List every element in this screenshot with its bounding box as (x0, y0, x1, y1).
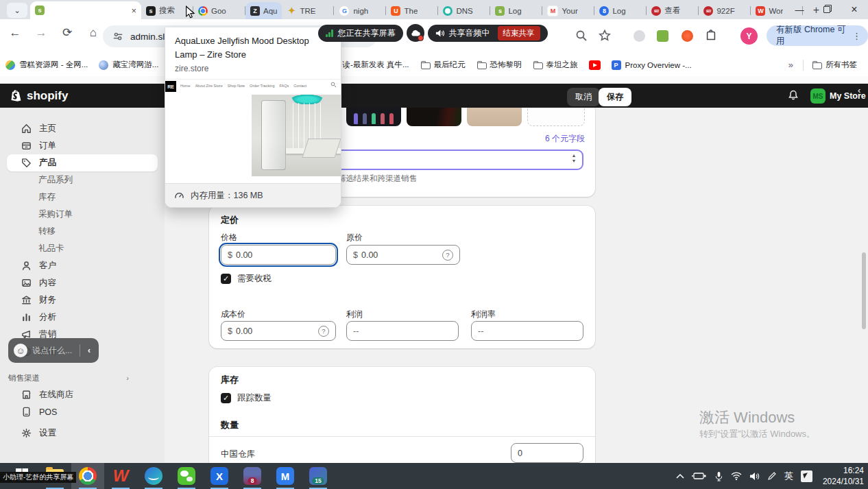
cloud-app-button[interactable] (407, 24, 424, 42)
sidebar-item-库存[interactable]: 库存 (7, 189, 158, 206)
sidebar-item-礼品卡[interactable]: 礼品卡 (7, 240, 158, 257)
extensions-puzzle-icon[interactable] (705, 29, 717, 42)
browser-tab-TRE[interactable]: ✦TRE (282, 2, 334, 19)
extension-icon-1[interactable] (634, 30, 645, 42)
shopify-logo[interactable]: shopify (10, 89, 68, 103)
chat-input[interactable]: 说点什么... (32, 345, 75, 357)
meeting-app[interactable]: 8 (236, 463, 269, 489)
save-button[interactable]: 保存 (599, 88, 631, 106)
window-minimize-button[interactable]: — (786, 0, 813, 19)
checkbox-checked-icon[interactable]: ✓ (221, 274, 231, 284)
finance-icon (21, 294, 32, 306)
checkbox-checked-icon[interactable]: ✓ (221, 393, 231, 403)
wechat[interactable] (170, 463, 203, 489)
tab-close-icon[interactable]: × (131, 6, 136, 15)
taskbar-clock[interactable]: 16:24 2024/10/31 (823, 465, 864, 487)
store-avatar[interactable]: MS (810, 88, 825, 104)
collapse-chevron-icon[interactable]: ‹ (858, 85, 860, 95)
smiley-icon[interactable]: ☺ (14, 344, 27, 357)
browser-tab-Your[interactable]: MYour (542, 2, 594, 19)
bookmarks-overflow-chevron[interactable]: » (782, 60, 800, 70)
wps-office[interactable]: W (104, 463, 137, 489)
sidebar-item-产品[interactable]: 产品 (7, 154, 158, 171)
ime-indicator[interactable]: 英 (784, 470, 793, 482)
browser-tab-922F[interactable]: 922922F (699, 2, 751, 19)
bookmark-star-icon[interactable] (598, 29, 612, 43)
reload-button[interactable]: ⟳ (59, 25, 75, 40)
all-bookmarks-button[interactable]: 所有书签 (806, 60, 863, 70)
price-input[interactable]: $ 0.00 (221, 245, 336, 265)
back-button[interactable]: ← (7, 26, 23, 40)
battery-icon[interactable] (692, 471, 707, 481)
notifications-bell-icon[interactable] (787, 89, 799, 102)
margin-input[interactable]: -- (471, 321, 583, 341)
bookmark-Proxy Overview -...[interactable]: PProxy Overview -... (606, 60, 697, 70)
quantity-input[interactable]: 0 (511, 443, 583, 463)
bookmark-读-最新发表 真牛...[interactable]: 读-最新发表 真牛... (337, 60, 414, 70)
m-app[interactable]: M (269, 463, 302, 489)
browser-menu-icon[interactable]: ⋮ (852, 31, 861, 41)
sidebar-item-settings[interactable]: 设置 (7, 425, 158, 442)
thunder-app[interactable]: X (203, 463, 236, 489)
home-button[interactable]: ⌂ (85, 26, 101, 40)
help-icon[interactable]: ? (442, 250, 453, 261)
sidebar-item-主页[interactable]: 主页 (7, 120, 158, 137)
browser-tab-Goo[interactable]: Goo (193, 2, 245, 19)
bookmark-最后纪元[interactable]: 最后纪元 (415, 60, 471, 70)
hidden-icons-chevron[interactable] (676, 473, 684, 479)
browser-tab-Log[interactable]: 8Log (594, 2, 647, 19)
help-icon[interactable]: ? (318, 326, 329, 337)
cost-input[interactable]: $ 0.00 ? (221, 321, 336, 341)
track-quantity-row[interactable]: ✓ 跟踪数量 (221, 392, 272, 404)
extension-icon-3[interactable] (682, 30, 693, 42)
browser-tab-active[interactable]: s× (30, 1, 141, 19)
sidebar-item-客户[interactable]: 客户 (7, 257, 158, 274)
browser-tab-The[interactable]: UThe (386, 2, 438, 19)
pen-icon[interactable] (767, 471, 777, 481)
wifi-icon[interactable] (731, 472, 742, 480)
sidebar-channel-POS[interactable]: POS (7, 403, 158, 420)
extension-icon-2[interactable] (657, 30, 668, 42)
sidebar-item-订单[interactable]: 订单 (7, 137, 158, 154)
site-settings-icon[interactable] (112, 31, 123, 42)
browser-tab-Aqu[interactable]: ZAqu (245, 2, 282, 19)
window-close-button[interactable]: × (841, 0, 868, 19)
browser-tab-查看[interactable]: 922查看 (647, 2, 699, 19)
browser-tab-Log[interactable]: sLog (490, 2, 542, 19)
compare-at-input[interactable]: $ 0.00 ? (346, 245, 460, 265)
collapse-left-icon[interactable]: ‹ (85, 346, 93, 355)
teal-app[interactable] (137, 463, 170, 489)
profile-avatar[interactable]: Y (740, 27, 758, 45)
tab-search-chevron-icon[interactable]: ⌄ (7, 3, 27, 18)
bookmark-恐怖黎明[interactable]: 恐怖黎明 (471, 60, 527, 70)
sidebar-channel-在线商店[interactable]: 在线商店 (7, 386, 158, 403)
stop-sharing-button[interactable]: 结束共享 (498, 26, 540, 40)
search-icon[interactable] (575, 29, 588, 43)
browser-tab-nigh[interactable]: Gnigh (334, 2, 386, 19)
sales-channels-header[interactable]: 销售渠道 › (7, 370, 158, 386)
bookmark-藏宝湾网游...[interactable]: 藏宝湾网游... (93, 60, 164, 70)
bookmark-泰坦之旅[interactable]: 泰坦之旅 (527, 60, 583, 70)
window-restore-button[interactable] (813, 0, 841, 19)
sidebar-item-采购订单[interactable]: 采购订单 (7, 206, 158, 223)
sidebar-item-内容[interactable]: 内容 (7, 274, 158, 291)
browser-tab-DNS[interactable]: DNS (438, 2, 490, 19)
profit-input[interactable]: -- (346, 321, 459, 341)
teal-icon (145, 467, 162, 485)
volume-icon[interactable] (749, 472, 760, 481)
bookmark-youtube[interactable] (583, 60, 606, 70)
chrome-update-button[interactable]: 有新版 Chrome 可用 ⋮ (767, 25, 868, 46)
page-scrollbar[interactable] (862, 252, 866, 329)
charge-tax-row[interactable]: ✓ 需要收税 (221, 273, 272, 285)
sidebar-item-产品系列[interactable]: 产品系列 (7, 171, 158, 189)
sidebar-item-转移[interactable]: 转移 (7, 223, 158, 240)
cancel-button[interactable]: 取消 (567, 88, 600, 106)
sidebar-item-财务[interactable]: 财务 (7, 291, 158, 309)
forward-button[interactable]: → (33, 26, 49, 40)
tray-app-icon[interactable] (801, 470, 812, 482)
sidebar-item-分析[interactable]: 分析 (7, 309, 158, 326)
calendar-app[interactable]: 15 (302, 463, 335, 489)
bookmark-雪糕资源网 - 全网...[interactable]: 雪糕资源网 - 全网... (0, 60, 93, 70)
microphone-icon[interactable] (714, 471, 723, 481)
metafields-link[interactable]: 6 个元字段 (545, 133, 585, 145)
